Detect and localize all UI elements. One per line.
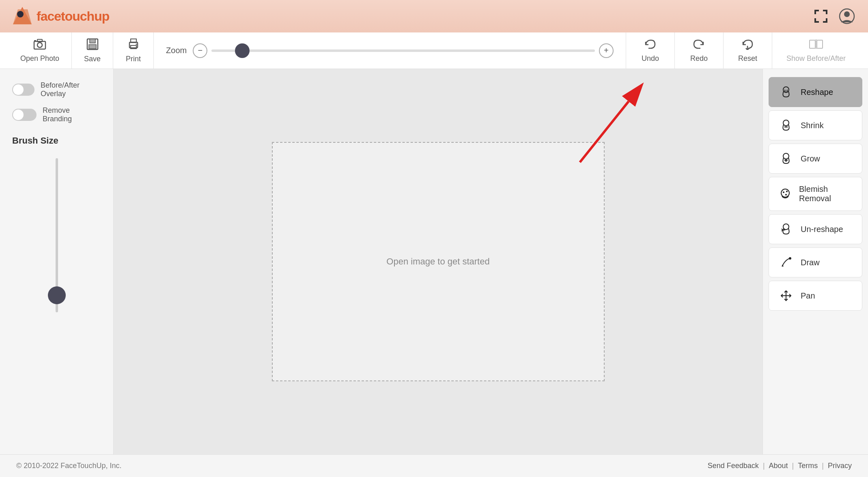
svg-line-32 [787,90,787,92]
zoom-label: Zoom [166,46,187,55]
svg-rect-22 [131,45,136,49]
remove-branding-toggle[interactable] [12,109,37,121]
svg-point-38 [781,189,789,197]
brush-size-label: Brush Size [12,135,101,146]
canvas-placeholder-text: Open image to get started [386,256,489,267]
footer-sep-3: | [822,462,824,470]
print-button[interactable]: Print [113,32,154,69]
blemish-removal-icon [779,187,792,201]
pan-label: Pan [801,291,815,301]
svg-point-40 [786,191,788,192]
svg-line-31 [785,90,785,92]
svg-rect-26 [817,40,823,48]
un-reshape-tool-button[interactable]: Un-reshape [769,214,862,244]
canvas-placeholder: Open image to get started [272,142,605,381]
before-after-overlay-toggle[interactable] [12,84,34,96]
remove-branding-label: Remove Branding [43,106,101,123]
zoom-section: Zoom − + [154,32,626,69]
terms-link[interactable]: Terms [798,462,818,470]
save-icon [86,38,99,53]
reshape-tool-button[interactable]: Reshape [769,77,862,107]
undo-icon [644,39,657,53]
save-label: Save [84,55,101,63]
grow-label: Grow [801,154,820,163]
copyright-text: © 2010-2022 FaceTouchUp, Inc. [16,462,121,470]
brush-size-section: Brush Size [12,135,101,312]
blemish-removal-tool-button[interactable]: Blemish Removal [769,177,862,211]
left-panel: Before/After Overlay Remove Branding Bru… [0,69,114,454]
grow-icon [779,151,793,166]
zoom-slider[interactable]: − + [193,43,614,58]
shrink-tool-button[interactable]: Shrink [769,110,862,140]
svg-point-39 [783,191,784,193]
svg-rect-21 [131,39,136,43]
redo-icon [692,39,705,53]
svg-rect-8 [814,18,816,23]
draw-tool-button[interactable]: Draw [769,247,862,277]
toolbar: Open Photo Save Print Zoom − [0,32,868,69]
svg-rect-19 [89,45,96,49]
fullscreen-button[interactable] [812,7,830,25]
shrink-label: Shrink [801,121,824,130]
svg-point-41 [785,194,787,196]
svg-point-14 [37,43,42,47]
print-icon [127,38,140,53]
pan-icon [779,288,793,303]
open-photo-button[interactable]: Open Photo [8,32,72,69]
remove-branding-row: Remove Branding [12,106,101,123]
right-panel: Reshape Shrink Grow [762,69,868,454]
save-button[interactable]: Save [72,32,113,69]
un-reshape-label: Un-reshape [801,225,843,234]
show-before-after-button[interactable]: Show Before/After [772,32,860,69]
reshape-label: Reshape [801,88,833,97]
header: facetouchup [0,0,868,32]
grow-tool-button[interactable]: Grow [769,144,862,174]
reshape-icon [779,85,793,99]
svg-marker-1 [13,9,32,24]
svg-rect-16 [34,40,36,41]
send-feedback-link[interactable]: Send Feedback [708,462,759,470]
before-after-icon [809,39,823,53]
camera-icon [33,39,46,53]
show-before-after-label: Show Before/After [786,54,846,63]
reset-button[interactable]: Reset [724,32,772,69]
header-right [812,7,856,25]
svg-rect-18 [90,39,95,43]
redo-button[interactable]: Redo [675,32,724,69]
reset-label: Reset [738,54,757,63]
reset-icon [741,39,754,53]
svg-point-2 [17,11,24,17]
svg-point-43 [789,257,791,260]
zoom-thumb[interactable] [235,43,250,58]
brush-track [56,158,58,312]
svg-rect-15 [37,39,42,42]
open-photo-label: Open Photo [20,54,59,63]
draw-icon [779,255,793,270]
undo-button[interactable]: Undo [626,32,675,69]
shrink-icon [779,118,793,133]
undo-label: Undo [642,54,659,63]
svg-rect-6 [826,10,827,14]
blemish-removal-label: Blemish Removal [799,185,852,203]
footer-links: Send Feedback | About | Terms | Privacy [708,462,852,470]
svg-rect-10 [826,18,827,23]
logo: facetouchup [12,6,109,26]
footer: © 2010-2022 FaceTouchUp, Inc. Send Feedb… [0,454,868,477]
draw-label: Draw [801,258,820,267]
about-link[interactable]: About [769,462,788,470]
print-label: Print [126,55,141,63]
logo-text: facetouchup [37,9,109,24]
user-account-button[interactable] [838,7,856,25]
svg-rect-4 [814,10,816,14]
zoom-minus-button[interactable]: − [193,43,207,58]
zoom-plus-button[interactable]: + [599,43,614,58]
brush-size-slider [12,154,101,312]
footer-sep-1: | [763,462,765,470]
privacy-link[interactable]: Privacy [828,462,852,470]
svg-rect-25 [810,40,815,48]
svg-point-23 [136,43,137,45]
brush-thumb[interactable] [48,286,66,304]
logo-icon [12,6,32,26]
pan-tool-button[interactable]: Pan [769,281,862,311]
footer-sep-2: | [792,462,794,470]
